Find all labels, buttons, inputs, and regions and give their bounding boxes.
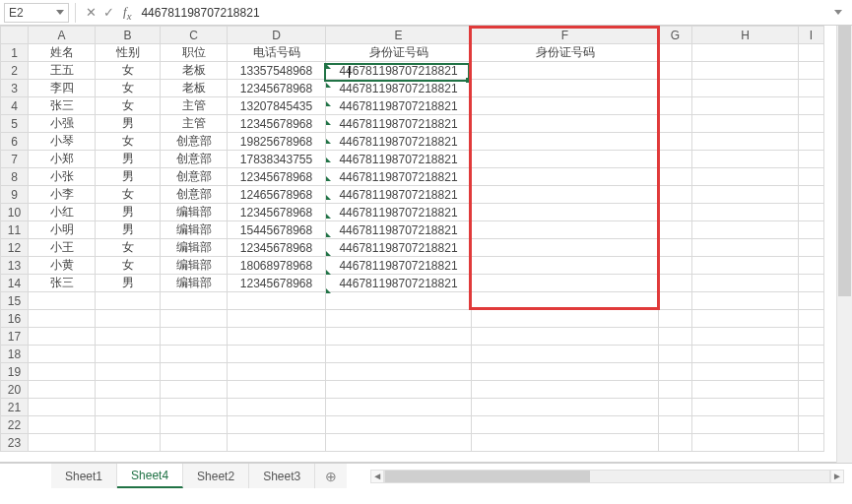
cell-F21[interactable] xyxy=(472,399,659,416)
cell-A20[interactable] xyxy=(29,381,96,399)
cell-H6[interactable] xyxy=(692,133,799,151)
cell-H17[interactable] xyxy=(692,328,799,346)
cell-D15[interactable] xyxy=(228,292,326,310)
cell-E22[interactable] xyxy=(326,416,472,434)
cell-G22[interactable] xyxy=(659,416,692,434)
cell-E10[interactable]: 446781198707218821 xyxy=(326,204,472,221)
cell-E2[interactable]: 446781198707218821 xyxy=(326,62,472,80)
cell-C19[interactable] xyxy=(161,363,228,381)
cell-H15[interactable] xyxy=(692,292,799,310)
cell-E14[interactable]: 446781198707218821 xyxy=(326,275,472,292)
cell-B19[interactable] xyxy=(96,363,161,381)
sheet-tab-sheet4[interactable]: Sheet4 xyxy=(117,464,183,488)
cell-E23[interactable] xyxy=(326,434,472,452)
cell-E5[interactable]: 446781198707218821 xyxy=(326,115,472,133)
cell-H19[interactable] xyxy=(692,363,799,381)
cell-F22[interactable] xyxy=(472,416,659,434)
cell-D23[interactable] xyxy=(228,434,326,452)
cell-A7[interactable]: 小郑 xyxy=(29,151,96,168)
cell-C4[interactable]: 主管 xyxy=(161,97,228,115)
cell-A1[interactable]: 姓名 xyxy=(29,44,96,62)
cell-H9[interactable] xyxy=(692,186,799,204)
cell-E15[interactable] xyxy=(326,292,472,310)
cell-H1[interactable] xyxy=(692,44,799,62)
cell-D1[interactable]: 电话号码 xyxy=(228,44,326,62)
cell-B2[interactable]: 女 xyxy=(96,62,161,80)
cell-B9[interactable]: 女 xyxy=(96,186,161,204)
cell-F16[interactable] xyxy=(472,310,659,328)
cell-D8[interactable]: 12345678968 xyxy=(228,168,326,186)
cell-A10[interactable]: 小红 xyxy=(29,204,96,221)
dropdown-icon[interactable] xyxy=(56,10,64,15)
cell-G6[interactable] xyxy=(659,133,692,151)
cell-G21[interactable] xyxy=(659,399,692,416)
row-header-19[interactable]: 19 xyxy=(1,363,29,381)
cell-C21[interactable] xyxy=(161,399,228,416)
cell-I18[interactable] xyxy=(799,346,824,363)
row-header-11[interactable]: 11 xyxy=(1,221,29,239)
cell-G14[interactable] xyxy=(659,275,692,292)
sheet-tab-sheet3[interactable]: Sheet3 xyxy=(249,464,315,488)
cell-E3[interactable]: 446781198707218821 xyxy=(326,80,472,97)
cell-E11[interactable]: 446781198707218821 xyxy=(326,221,472,239)
row-header-12[interactable]: 12 xyxy=(1,239,29,257)
cell-F14[interactable] xyxy=(472,275,659,292)
cell-E21[interactable] xyxy=(326,399,472,416)
cell-B22[interactable] xyxy=(96,416,161,434)
cell-D2[interactable]: 13357548968 xyxy=(228,62,326,80)
cell-I23[interactable] xyxy=(799,434,824,452)
cell-A13[interactable]: 小黄 xyxy=(29,257,96,275)
row-header-10[interactable]: 10 xyxy=(1,204,29,221)
cell-D16[interactable] xyxy=(228,310,326,328)
cell-F10[interactable] xyxy=(472,204,659,221)
cell-E9[interactable]: 446781198707218821 xyxy=(326,186,472,204)
cell-A23[interactable] xyxy=(29,434,96,452)
cell-C1[interactable]: 职位 xyxy=(161,44,228,62)
cell-A15[interactable] xyxy=(29,292,96,310)
cell-D12[interactable]: 12345678968 xyxy=(228,239,326,257)
cell-E6[interactable]: 446781198707218821 xyxy=(326,133,472,151)
cell-H23[interactable] xyxy=(692,434,799,452)
cell-F15[interactable] xyxy=(472,292,659,310)
cell-H20[interactable] xyxy=(692,381,799,399)
cell-B21[interactable] xyxy=(96,399,161,416)
cell-B8[interactable]: 男 xyxy=(96,168,161,186)
cell-D7[interactable]: 17838343755 xyxy=(228,151,326,168)
cell-C16[interactable] xyxy=(161,310,228,328)
cell-D17[interactable] xyxy=(228,328,326,346)
cell-A21[interactable] xyxy=(29,399,96,416)
cell-G8[interactable] xyxy=(659,168,692,186)
row-header-8[interactable]: 8 xyxy=(1,168,29,186)
cell-G12[interactable] xyxy=(659,239,692,257)
scroll-right-icon[interactable]: ► xyxy=(830,470,844,483)
cell-D19[interactable] xyxy=(228,363,326,381)
cell-C12[interactable]: 编辑部 xyxy=(161,239,228,257)
cell-D20[interactable] xyxy=(228,381,326,399)
cell-H11[interactable] xyxy=(692,221,799,239)
cell-I11[interactable] xyxy=(799,221,824,239)
cell-H10[interactable] xyxy=(692,204,799,221)
cell-I21[interactable] xyxy=(799,399,824,416)
cell-D11[interactable]: 15445678968 xyxy=(228,221,326,239)
cell-F20[interactable] xyxy=(472,381,659,399)
row-header-13[interactable]: 13 xyxy=(1,257,29,275)
cell-A16[interactable] xyxy=(29,310,96,328)
cell-G18[interactable] xyxy=(659,346,692,363)
fx-icon[interactable]: fx xyxy=(123,4,131,22)
cell-F23[interactable] xyxy=(472,434,659,452)
col-header-C[interactable]: C xyxy=(161,27,228,44)
cell-A8[interactable]: 小张 xyxy=(29,168,96,186)
cell-B11[interactable]: 男 xyxy=(96,221,161,239)
cell-B4[interactable]: 女 xyxy=(96,97,161,115)
cell-I13[interactable] xyxy=(799,257,824,275)
cell-B7[interactable]: 男 xyxy=(96,151,161,168)
sheet-tab-sheet2[interactable]: Sheet2 xyxy=(183,464,249,488)
cell-C18[interactable] xyxy=(161,346,228,363)
cell-F3[interactable] xyxy=(472,80,659,97)
row-header-5[interactable]: 5 xyxy=(1,115,29,133)
cell-I10[interactable] xyxy=(799,204,824,221)
cell-I15[interactable] xyxy=(799,292,824,310)
sheet-tab-sheet1[interactable]: Sheet1 xyxy=(51,464,117,488)
row-header-17[interactable]: 17 xyxy=(1,328,29,346)
cell-G19[interactable] xyxy=(659,363,692,381)
